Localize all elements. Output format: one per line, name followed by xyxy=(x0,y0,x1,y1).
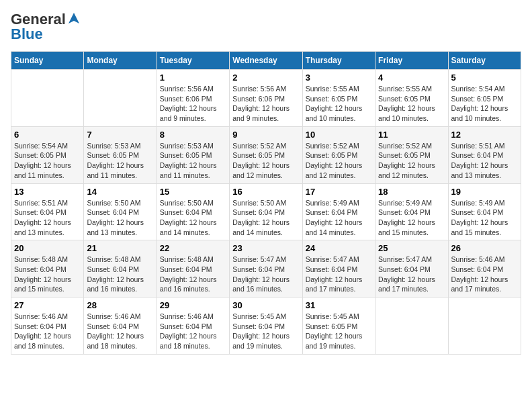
calendar-day-cell: 20Sunrise: 5:48 AMSunset: 6:04 PMDayligh… xyxy=(11,240,84,298)
day-number: 12 xyxy=(451,130,518,140)
calendar-day-cell: 17Sunrise: 5:49 AMSunset: 6:04 PMDayligh… xyxy=(302,183,375,240)
day-number: 26 xyxy=(451,243,518,253)
day-number: 11 xyxy=(378,130,445,140)
day-info: Sunrise: 5:46 AMSunset: 6:04 PMDaylight:… xyxy=(160,312,226,351)
header-day: Tuesday xyxy=(157,52,229,70)
day-info: Sunrise: 5:55 AMSunset: 6:05 PMDaylight:… xyxy=(306,84,372,124)
day-number: 23 xyxy=(232,243,299,253)
calendar-day-cell: 21Sunrise: 5:48 AMSunset: 6:04 PMDayligh… xyxy=(84,240,157,298)
day-number: 19 xyxy=(451,187,518,197)
calendar-day-cell: 31Sunrise: 5:45 AMSunset: 6:05 PMDayligh… xyxy=(302,298,375,355)
calendar-week-row: 27Sunrise: 5:46 AMSunset: 6:04 PMDayligh… xyxy=(11,298,521,355)
calendar-week-row: 6Sunrise: 5:54 AMSunset: 6:05 PMDaylight… xyxy=(11,126,521,183)
header-day: Wednesday xyxy=(230,52,302,70)
calendar-day-cell: 28Sunrise: 5:46 AMSunset: 6:04 PMDayligh… xyxy=(84,298,157,355)
day-number: 2 xyxy=(232,73,299,83)
calendar-day-cell: 11Sunrise: 5:52 AMSunset: 6:05 PMDayligh… xyxy=(375,126,448,183)
calendar-day-cell: 6Sunrise: 5:54 AMSunset: 6:05 PMDaylight… xyxy=(11,126,84,183)
header-day: Friday xyxy=(375,52,448,70)
day-info: Sunrise: 5:49 AMSunset: 6:04 PMDaylight:… xyxy=(378,198,445,238)
day-info: Sunrise: 5:48 AMSunset: 6:04 PMDaylight:… xyxy=(160,255,226,294)
calendar-table: SundayMondayTuesdayWednesdayThursdayFrid… xyxy=(11,51,521,355)
logo: General Blue xyxy=(11,11,81,43)
calendar-day-cell: 3Sunrise: 5:55 AMSunset: 6:05 PMDaylight… xyxy=(302,70,375,127)
day-number: 15 xyxy=(160,187,226,197)
day-info: Sunrise: 5:54 AMSunset: 6:05 PMDaylight:… xyxy=(451,84,518,124)
calendar-day-cell: 2Sunrise: 5:56 AMSunset: 6:06 PMDaylight… xyxy=(230,70,302,127)
day-info: Sunrise: 5:45 AMSunset: 6:05 PMDaylight:… xyxy=(306,312,372,351)
calendar-day-cell: 25Sunrise: 5:47 AMSunset: 6:04 PMDayligh… xyxy=(375,240,448,298)
day-info: Sunrise: 5:47 AMSunset: 6:04 PMDaylight:… xyxy=(232,255,299,294)
day-info: Sunrise: 5:48 AMSunset: 6:04 PMDaylight:… xyxy=(14,255,81,294)
day-info: Sunrise: 5:52 AMSunset: 6:05 PMDaylight:… xyxy=(306,141,372,181)
day-info: Sunrise: 5:50 AMSunset: 6:04 PMDaylight:… xyxy=(160,198,226,238)
day-number: 4 xyxy=(378,73,445,83)
day-info: Sunrise: 5:52 AMSunset: 6:05 PMDaylight:… xyxy=(378,141,445,181)
day-number: 16 xyxy=(232,187,299,197)
logo-icon xyxy=(67,11,81,25)
calendar-week-row: 13Sunrise: 5:51 AMSunset: 6:04 PMDayligh… xyxy=(11,183,521,240)
day-number: 17 xyxy=(306,187,372,197)
day-number: 10 xyxy=(306,130,372,140)
day-info: Sunrise: 5:51 AMSunset: 6:04 PMDaylight:… xyxy=(14,198,81,238)
day-info: Sunrise: 5:54 AMSunset: 6:05 PMDaylight:… xyxy=(14,141,81,181)
day-info: Sunrise: 5:53 AMSunset: 6:05 PMDaylight:… xyxy=(160,141,226,181)
svg-marker-0 xyxy=(69,13,79,24)
day-number: 5 xyxy=(451,73,518,83)
day-info: Sunrise: 5:49 AMSunset: 6:04 PMDaylight:… xyxy=(451,198,518,238)
page-header: General Blue xyxy=(11,11,521,43)
day-number: 6 xyxy=(14,130,81,140)
day-info: Sunrise: 5:55 AMSunset: 6:05 PMDaylight:… xyxy=(378,84,445,124)
calendar-day-cell: 7Sunrise: 5:53 AMSunset: 6:05 PMDaylight… xyxy=(84,126,157,183)
day-info: Sunrise: 5:46 AMSunset: 6:04 PMDaylight:… xyxy=(451,255,518,294)
day-info: Sunrise: 5:52 AMSunset: 6:05 PMDaylight:… xyxy=(232,141,299,181)
header-day: Saturday xyxy=(448,52,521,70)
day-number: 9 xyxy=(232,130,299,140)
day-info: Sunrise: 5:45 AMSunset: 6:04 PMDaylight:… xyxy=(232,312,299,351)
header-day: Monday xyxy=(84,52,157,70)
day-number: 20 xyxy=(14,243,81,253)
day-info: Sunrise: 5:53 AMSunset: 6:05 PMDaylight:… xyxy=(87,141,153,181)
calendar-day-cell xyxy=(375,298,448,355)
day-info: Sunrise: 5:47 AMSunset: 6:04 PMDaylight:… xyxy=(378,255,445,294)
calendar-day-cell: 8Sunrise: 5:53 AMSunset: 6:05 PMDaylight… xyxy=(157,126,229,183)
day-number: 28 xyxy=(87,300,153,310)
day-number: 3 xyxy=(306,73,372,83)
day-number: 25 xyxy=(378,243,445,253)
header-day: Thursday xyxy=(302,52,375,70)
header-day: Sunday xyxy=(11,52,84,70)
day-info: Sunrise: 5:51 AMSunset: 6:04 PMDaylight:… xyxy=(451,141,518,181)
day-number: 22 xyxy=(160,243,226,253)
calendar-day-cell: 23Sunrise: 5:47 AMSunset: 6:04 PMDayligh… xyxy=(230,240,302,298)
header-row: SundayMondayTuesdayWednesdayThursdayFrid… xyxy=(11,52,521,70)
calendar-day-cell xyxy=(11,70,84,127)
calendar-week-row: 20Sunrise: 5:48 AMSunset: 6:04 PMDayligh… xyxy=(11,240,521,298)
day-number: 30 xyxy=(232,300,299,310)
day-info: Sunrise: 5:56 AMSunset: 6:06 PMDaylight:… xyxy=(232,84,299,124)
day-info: Sunrise: 5:48 AMSunset: 6:04 PMDaylight:… xyxy=(87,255,153,294)
calendar-day-cell: 24Sunrise: 5:47 AMSunset: 6:04 PMDayligh… xyxy=(302,240,375,298)
day-number: 1 xyxy=(160,73,226,83)
calendar-day-cell: 16Sunrise: 5:50 AMSunset: 6:04 PMDayligh… xyxy=(230,183,302,240)
day-info: Sunrise: 5:56 AMSunset: 6:06 PMDaylight:… xyxy=(160,84,226,124)
calendar-day-cell: 1Sunrise: 5:56 AMSunset: 6:06 PMDaylight… xyxy=(157,70,229,127)
day-number: 29 xyxy=(160,300,226,310)
day-info: Sunrise: 5:50 AMSunset: 6:04 PMDaylight:… xyxy=(232,198,299,238)
day-number: 14 xyxy=(87,187,153,197)
calendar-day-cell: 9Sunrise: 5:52 AMSunset: 6:05 PMDaylight… xyxy=(230,126,302,183)
day-info: Sunrise: 5:47 AMSunset: 6:04 PMDaylight:… xyxy=(306,255,372,294)
calendar-day-cell: 14Sunrise: 5:50 AMSunset: 6:04 PMDayligh… xyxy=(84,183,157,240)
calendar-day-cell: 30Sunrise: 5:45 AMSunset: 6:04 PMDayligh… xyxy=(230,298,302,355)
day-number: 13 xyxy=(14,187,81,197)
calendar-day-cell: 13Sunrise: 5:51 AMSunset: 6:04 PMDayligh… xyxy=(11,183,84,240)
calendar-day-cell xyxy=(84,70,157,127)
calendar-day-cell: 22Sunrise: 5:48 AMSunset: 6:04 PMDayligh… xyxy=(157,240,229,298)
day-number: 31 xyxy=(306,300,372,310)
calendar-day-cell: 12Sunrise: 5:51 AMSunset: 6:04 PMDayligh… xyxy=(448,126,521,183)
calendar-day-cell: 18Sunrise: 5:49 AMSunset: 6:04 PMDayligh… xyxy=(375,183,448,240)
day-number: 8 xyxy=(160,130,226,140)
calendar-day-cell: 27Sunrise: 5:46 AMSunset: 6:04 PMDayligh… xyxy=(11,298,84,355)
calendar-week-row: 1Sunrise: 5:56 AMSunset: 6:06 PMDaylight… xyxy=(11,70,521,127)
calendar-day-cell: 15Sunrise: 5:50 AMSunset: 6:04 PMDayligh… xyxy=(157,183,229,240)
calendar-day-cell: 5Sunrise: 5:54 AMSunset: 6:05 PMDaylight… xyxy=(448,70,521,127)
